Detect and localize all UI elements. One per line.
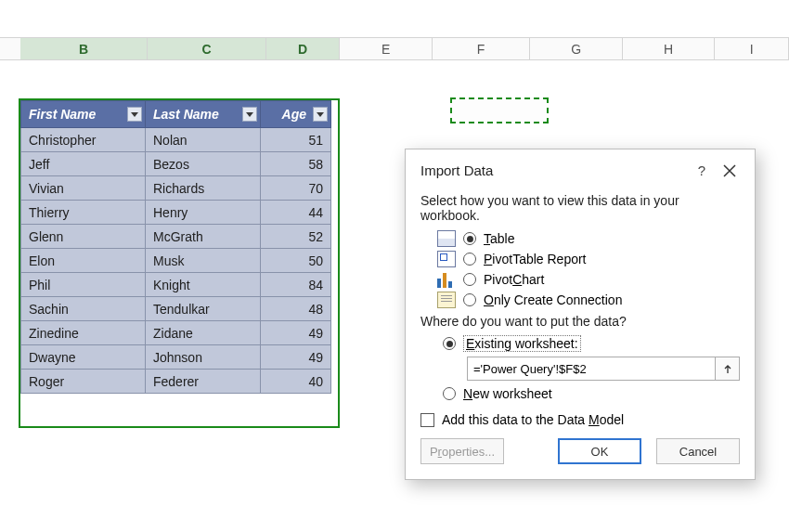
col-header-d[interactable]: D: [266, 38, 341, 59]
cancel-button[interactable]: Cancel: [656, 438, 740, 464]
cell-age[interactable]: 40: [261, 370, 331, 394]
cell-first-name[interactable]: Vivian: [21, 176, 146, 201]
pivottable-icon: [437, 251, 456, 267]
cell-age[interactable]: 84: [261, 273, 331, 297]
column-headers: B C D E F G H I: [0, 37, 789, 60]
cell-age[interactable]: 58: [261, 152, 331, 176]
cell-age[interactable]: 49: [261, 345, 331, 370]
col-header-c[interactable]: C: [148, 38, 265, 59]
option-table[interactable]: Table: [437, 230, 740, 247]
table-header-age[interactable]: Age: [261, 101, 331, 128]
cell-age[interactable]: 50: [261, 249, 331, 273]
table-row[interactable]: GlennMcGrath52: [21, 225, 331, 249]
table-icon: [437, 230, 456, 247]
cell-last-name[interactable]: McGrath: [146, 225, 261, 249]
radio-connection-only[interactable]: [463, 293, 476, 306]
cell-first-name[interactable]: Christopher: [21, 128, 146, 152]
cell-reference-input[interactable]: [467, 357, 716, 381]
option-connection-only[interactable]: Only Create Connection: [437, 292, 740, 308]
table-row[interactable]: VivianRichards70: [21, 176, 331, 201]
col-header-b[interactable]: B: [20, 38, 148, 59]
cell-first-name[interactable]: Sachin: [21, 297, 146, 321]
import-data-dialog: Import Data ? Select how you want to vie…: [405, 149, 756, 480]
cell-age[interactable]: 51: [261, 128, 331, 152]
col-header-f[interactable]: F: [433, 38, 531, 59]
table-row[interactable]: PhilKnight84: [21, 273, 331, 297]
checkbox-data-model[interactable]: [420, 413, 434, 427]
view-section-label: Select how you want to view this data in…: [420, 193, 740, 223]
option-label: New worksheet: [463, 386, 552, 401]
table-row[interactable]: JeffBezos58: [21, 152, 331, 176]
cell-age[interactable]: 44: [261, 201, 331, 225]
cell-last-name[interactable]: Federer: [146, 370, 261, 394]
properties-button[interactable]: Properties...: [420, 438, 504, 464]
table-row[interactable]: ChristopherNolan51: [21, 128, 331, 152]
filter-dropdown-icon[interactable]: [313, 107, 328, 122]
cell-last-name[interactable]: Johnson: [146, 345, 261, 370]
cell-first-name[interactable]: Phil: [21, 273, 146, 297]
table-row[interactable]: ElonMusk50: [21, 249, 331, 273]
marquee-selection-cell[interactable]: [450, 97, 549, 123]
data-table: First Name Last Name Age ChristopherNola…: [20, 100, 331, 394]
cell-first-name[interactable]: Elon: [21, 249, 146, 273]
table-row[interactable]: SachinTendulkar48: [21, 297, 331, 321]
close-icon[interactable]: [723, 164, 740, 177]
radio-table[interactable]: [463, 232, 476, 245]
header-label: Last Name: [153, 107, 219, 122]
table-header-first-name[interactable]: First Name: [21, 101, 146, 128]
option-pivottable[interactable]: PivotTable Report: [437, 251, 740, 267]
option-new-worksheet[interactable]: New worksheet: [443, 386, 740, 401]
col-header-e[interactable]: E: [340, 38, 433, 59]
cell-first-name[interactable]: Roger: [21, 370, 146, 394]
radio-existing[interactable]: [443, 337, 456, 350]
cell-last-name[interactable]: Tendulkar: [146, 297, 261, 321]
cell-last-name[interactable]: Richards: [146, 176, 261, 201]
cell-age[interactable]: 52: [261, 225, 331, 249]
cell-age[interactable]: 70: [261, 176, 331, 201]
ok-button[interactable]: OK: [558, 438, 641, 464]
add-to-data-model[interactable]: Add this data to the Data Model: [420, 412, 740, 427]
cell-last-name[interactable]: Musk: [146, 249, 261, 273]
option-label: Only Create Connection: [484, 292, 622, 307]
collapse-dialog-icon[interactable]: [716, 357, 740, 381]
cell-last-name[interactable]: Zidane: [146, 321, 261, 345]
table-header-last-name[interactable]: Last Name: [146, 101, 261, 128]
cell-age[interactable]: 49: [261, 321, 331, 345]
filter-dropdown-icon[interactable]: [242, 107, 257, 122]
help-icon[interactable]: ?: [693, 162, 710, 178]
cell-first-name[interactable]: Thierry: [21, 201, 146, 225]
table-row[interactable]: ZinedineZidane49: [21, 321, 331, 345]
table-row[interactable]: ThierryHenry44: [21, 201, 331, 225]
cell-last-name[interactable]: Bezos: [146, 152, 261, 176]
connection-icon: [437, 292, 456, 308]
cell-last-name[interactable]: Knight: [146, 273, 261, 297]
radio-new[interactable]: [443, 387, 456, 400]
cell-first-name[interactable]: Dwayne: [21, 345, 146, 370]
radio-pivotchart[interactable]: [463, 273, 476, 286]
header-label: First Name: [29, 107, 96, 122]
dialog-title: Import Data: [420, 162, 693, 178]
col-header-g[interactable]: G: [530, 38, 623, 59]
cell-age[interactable]: 48: [261, 297, 331, 321]
option-label: Table: [484, 231, 514, 246]
cell-first-name[interactable]: Glenn: [21, 225, 146, 249]
option-label: PivotTable Report: [484, 252, 587, 266]
col-header-i[interactable]: I: [715, 38, 789, 59]
location-section-label: Where do you want to put the data?: [420, 314, 740, 329]
table-row[interactable]: DwayneJohnson49: [21, 345, 331, 370]
cell-last-name[interactable]: Nolan: [146, 128, 261, 152]
checkbox-label: Add this data to the Data Model: [442, 412, 624, 427]
cell-first-name[interactable]: Zinedine: [21, 321, 146, 345]
cell-first-name[interactable]: Jeff: [21, 152, 146, 176]
radio-pivottable[interactable]: [463, 253, 476, 266]
option-pivotchart[interactable]: PivotChart: [437, 271, 740, 288]
header-label: Age: [282, 107, 306, 122]
option-label: PivotChart: [484, 272, 544, 287]
col-header-h[interactable]: H: [623, 38, 716, 59]
option-existing-worksheet[interactable]: Existing worksheet:: [443, 336, 740, 351]
filter-dropdown-icon[interactable]: [127, 107, 142, 122]
cell-last-name[interactable]: Henry: [146, 201, 261, 225]
table-row[interactable]: RogerFederer40: [21, 370, 331, 394]
pivotchart-icon: [437, 271, 456, 288]
option-label: Existing worksheet:: [463, 336, 581, 351]
